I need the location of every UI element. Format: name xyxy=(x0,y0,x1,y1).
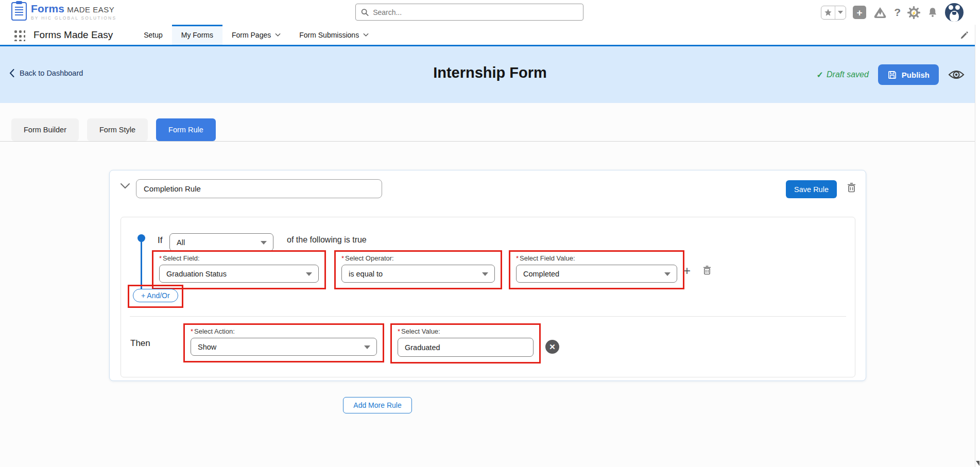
annotation-box-select-field-value: *Select Field Value: Completed xyxy=(509,250,684,289)
value-input[interactable] xyxy=(398,338,534,357)
logo-brand: Forms xyxy=(31,3,64,15)
help-icon[interactable]: ? xyxy=(894,6,901,19)
favorites-star-icon[interactable] xyxy=(821,6,835,19)
nav-tab-my-forms[interactable]: My Forms xyxy=(172,25,222,45)
rule-name-input[interactable] xyxy=(136,179,382,198)
vertical-scrollbar[interactable] xyxy=(975,25,980,467)
svg-text:⚡: ⚡ xyxy=(912,10,917,15)
app-name: Forms Made Easy xyxy=(33,29,113,41)
if-suffix-text: of the following is true xyxy=(287,235,367,245)
annotation-box-select-action: *Select Action: Show xyxy=(183,323,384,362)
search-icon xyxy=(361,8,369,16)
field-select[interactable]: Graduation Status xyxy=(159,265,319,283)
search-input[interactable] xyxy=(373,8,578,16)
nav-tab-form-submissions[interactable]: Form Submissions xyxy=(290,25,378,45)
app-nav-bar: Forms Made Easy Setup My Forms Form Page… xyxy=(0,25,980,46)
annotation-box-select-field: *Select Field: Graduation Status xyxy=(152,250,326,289)
setup-gear-icon[interactable]: ⚡ xyxy=(907,6,920,19)
utility-bar: Forms MADE EASY BY HIC GLOBAL SOLUTIONS … xyxy=(0,0,980,25)
favorites-control xyxy=(821,6,846,20)
select-field-value-label: Select Field Value: xyxy=(520,254,575,262)
form-rule-content: Form Builder Form Style Form Rule Save R… xyxy=(0,103,980,467)
action-select[interactable]: Show xyxy=(191,338,377,356)
select-action-label: Select Action: xyxy=(194,327,235,335)
edit-pencil-icon[interactable] xyxy=(959,31,969,40)
chevron-down-icon xyxy=(275,33,281,37)
required-marker: * xyxy=(191,327,193,335)
operator-select[interactable]: is equal to xyxy=(341,265,495,283)
global-search[interactable] xyxy=(355,4,583,21)
match-type-select[interactable]: All xyxy=(169,233,273,251)
delete-rule-trash-icon[interactable] xyxy=(847,183,856,193)
annotation-box-select-operator: *Select Operator: is equal to xyxy=(334,250,502,289)
notifications-bell-icon[interactable] xyxy=(927,6,938,19)
tab-form-style[interactable]: Form Style xyxy=(87,118,148,141)
select-field-label: Select Field: xyxy=(163,254,200,262)
draft-saved-status: ✓ Draft saved xyxy=(817,70,869,80)
check-icon: ✓ xyxy=(817,70,823,80)
save-disk-icon xyxy=(887,70,897,80)
chevron-down-icon xyxy=(363,33,369,37)
logo-tagline: BY HIC GLOBAL SOLUTIONS xyxy=(31,15,116,21)
tab-form-builder[interactable]: Form Builder xyxy=(11,118,79,141)
add-condition-plus-icon[interactable]: + xyxy=(683,265,691,277)
nav-tab-form-pages[interactable]: Form Pages xyxy=(222,25,290,45)
field-value-select[interactable]: Completed xyxy=(516,265,677,283)
condition-timeline-dot xyxy=(137,234,145,242)
required-marker: * xyxy=(398,327,400,335)
annotation-box-select-value: *Select Value: xyxy=(390,323,541,364)
nav-tab-setup[interactable]: Setup xyxy=(134,25,172,45)
app-launcher-icon[interactable] xyxy=(13,29,25,41)
dropdown-caret-icon xyxy=(364,345,370,349)
dropdown-caret-icon xyxy=(664,272,670,276)
rule-card: Save Rule If All of the following is tru… xyxy=(109,170,866,381)
clipboard-logo-icon xyxy=(11,2,27,21)
required-marker: * xyxy=(516,254,519,262)
tab-form-rule[interactable]: Form Rule xyxy=(156,118,216,141)
save-rule-button[interactable]: Save Rule xyxy=(786,180,837,198)
remove-action-icon[interactable]: ✕ xyxy=(545,340,559,354)
dropdown-caret-icon xyxy=(482,272,488,276)
select-operator-label: Select Operator: xyxy=(345,254,394,262)
then-label: Then xyxy=(130,338,150,349)
select-value-label: Select Value: xyxy=(401,327,440,335)
logo-suffix: MADE EASY xyxy=(67,5,114,14)
tab-divider xyxy=(0,141,975,142)
publish-button[interactable]: Publish xyxy=(878,64,939,85)
trailhead-icon[interactable] xyxy=(873,6,887,19)
rule-condition-panel: If All of the following is true *Select … xyxy=(121,217,855,377)
then-divider xyxy=(130,316,846,317)
preview-eye-icon[interactable] xyxy=(948,68,965,81)
annotation-box-and-or: + And/Or xyxy=(128,285,183,308)
dropdown-caret-icon xyxy=(261,241,267,245)
collapse-chevron-icon[interactable] xyxy=(120,183,130,189)
app-logo: Forms MADE EASY BY HIC GLOBAL SOLUTIONS xyxy=(11,2,116,21)
form-header-band: Back to Dashboard Internship Form ✓ Draf… xyxy=(0,46,980,103)
and-or-button[interactable]: + And/Or xyxy=(133,289,178,302)
favorites-dropdown-icon[interactable] xyxy=(835,6,846,19)
delete-condition-trash-icon[interactable] xyxy=(703,266,711,275)
add-more-rule-button[interactable]: Add More Rule xyxy=(343,397,412,413)
required-marker: * xyxy=(159,254,162,262)
dropdown-caret-icon xyxy=(306,272,312,276)
if-label: If xyxy=(158,235,162,246)
required-marker: * xyxy=(341,254,344,262)
add-icon[interactable]: + xyxy=(853,6,866,19)
user-avatar[interactable] xyxy=(945,3,964,22)
scroll-arrow-icon xyxy=(976,461,979,466)
